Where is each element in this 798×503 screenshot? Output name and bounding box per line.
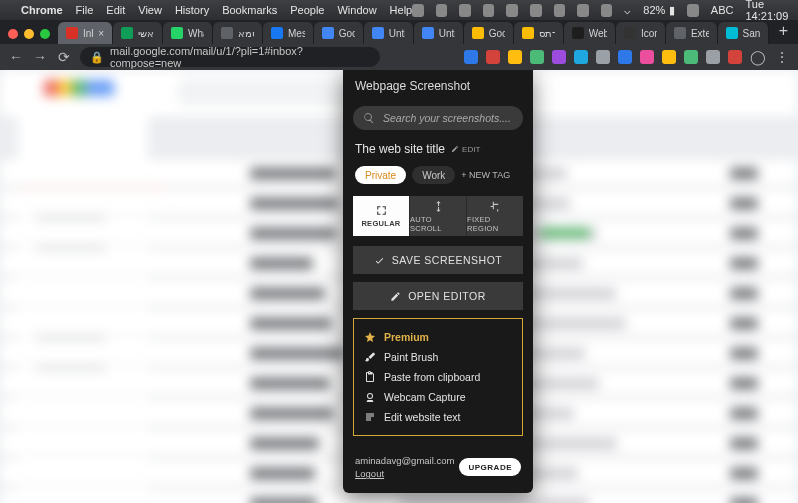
- extension-icon[interactable]: [618, 50, 632, 64]
- logout-link[interactable]: Logout: [355, 467, 454, 480]
- close-tab-icon[interactable]: ×: [98, 28, 104, 39]
- menu-people[interactable]: People: [290, 4, 324, 16]
- browser-tab[interactable]: סיסמא: [213, 22, 263, 44]
- tab-label: Untitle: [389, 28, 405, 39]
- back-button[interactable]: ←: [8, 49, 24, 65]
- menu-window[interactable]: Window: [337, 4, 376, 16]
- extension-icon[interactable]: [662, 50, 676, 64]
- new-tab-button[interactable]: +: [769, 22, 798, 44]
- browser-tab[interactable]: Inbox×: [58, 22, 113, 44]
- user-email: aminadavg@gmail.com: [355, 454, 454, 467]
- tray-icon[interactable]: [601, 4, 613, 17]
- browser-tab[interactable]: Untitle: [364, 22, 414, 44]
- browser-tab[interactable]: Messe: [263, 22, 314, 44]
- tab-label: Extens: [691, 28, 709, 39]
- save-screenshot-button[interactable]: SAVE SCREENSHOT: [353, 246, 523, 274]
- search-placeholder: Search your screenshots....: [383, 112, 511, 124]
- browser-tab[interactable]: SandE: [718, 22, 769, 44]
- extension-icon[interactable]: [574, 50, 588, 64]
- extension-icon[interactable]: [684, 50, 698, 64]
- tray-icon[interactable]: [506, 4, 518, 17]
- app-name[interactable]: Chrome: [21, 4, 63, 16]
- extension-icon[interactable]: [530, 50, 544, 64]
- mode-regular[interactable]: REGULAR: [353, 196, 409, 236]
- minimize-window-button[interactable]: [24, 29, 34, 39]
- menu-file[interactable]: File: [76, 4, 94, 16]
- browser-tab[interactable]: Webpa: [564, 22, 616, 44]
- menu-edit[interactable]: Edit: [106, 4, 125, 16]
- extension-icon[interactable]: [728, 50, 742, 64]
- browser-tab[interactable]: Googl: [314, 22, 364, 44]
- extension-icon[interactable]: [486, 50, 500, 64]
- window-controls: [6, 29, 58, 44]
- favicon-icon: [674, 27, 686, 39]
- edit-title-button[interactable]: EDIT: [451, 145, 480, 154]
- tray-icon[interactable]: [459, 4, 471, 17]
- upgrade-button[interactable]: UPGRADE: [459, 458, 521, 476]
- new-tag-button[interactable]: + NEW TAG: [461, 170, 510, 180]
- open-editor-button[interactable]: OPEN EDITOR: [353, 282, 523, 310]
- maximize-window-button[interactable]: [40, 29, 50, 39]
- premium-webcam-capture[interactable]: Webcam Capture: [354, 387, 522, 407]
- tray-icon[interactable]: [577, 4, 589, 17]
- close-window-button[interactable]: [8, 29, 18, 39]
- mode-autoscroll[interactable]: AUTO SCROLL: [409, 196, 466, 236]
- tray-icon[interactable]: [412, 4, 424, 17]
- tray-icon[interactable]: [530, 4, 542, 17]
- search-input[interactable]: Search your screenshots....: [353, 106, 523, 130]
- extension-icon[interactable]: [464, 50, 478, 64]
- site-title: The web site title: [355, 142, 445, 156]
- text-edit-icon: [364, 411, 376, 423]
- browser-tab[interactable]: Extens: [666, 22, 718, 44]
- menu-history[interactable]: History: [175, 4, 209, 16]
- profile-avatar[interactable]: ◯: [750, 49, 766, 65]
- crop-icon: [489, 200, 502, 213]
- browser-tab[interactable]: Whats: [163, 22, 213, 44]
- address-bar[interactable]: 🔒 mail.google.com/mail/u/1/?pli=1#inbox?…: [80, 47, 380, 67]
- battery-status[interactable]: 82% ▮: [643, 4, 675, 17]
- extension-icon[interactable]: [640, 50, 654, 64]
- tray-icon[interactable]: [554, 4, 566, 17]
- extension-icon[interactable]: [596, 50, 610, 64]
- premium-paste-clipboard[interactable]: Paste from clipboard: [354, 367, 522, 387]
- tab-label: סרתס: [539, 28, 555, 39]
- webcam-icon: [364, 391, 376, 403]
- browser-menu-icon[interactable]: ⋮: [774, 49, 790, 65]
- input-source[interactable]: ABC: [711, 4, 734, 16]
- clock[interactable]: Tue 14:21:09: [745, 0, 798, 22]
- bluetooth-icon[interactable]: ⌵: [624, 4, 631, 17]
- extension-icon[interactable]: [706, 50, 720, 64]
- mode-fixed-region[interactable]: FIXED REGION: [466, 196, 523, 236]
- tray-icon[interactable]: [436, 4, 448, 17]
- browser-tab[interactable]: סרתס: [514, 22, 564, 44]
- reload-button[interactable]: ⟳: [56, 49, 72, 65]
- favicon-icon: [322, 27, 334, 39]
- tab-label: Untitle: [439, 28, 455, 39]
- menu-help[interactable]: Help: [390, 4, 413, 16]
- tag-private[interactable]: Private: [355, 166, 406, 184]
- extension-icon[interactable]: [508, 50, 522, 64]
- forward-button[interactable]: →: [32, 49, 48, 65]
- extension-icon[interactable]: [552, 50, 566, 64]
- extension-popup: Webpage Screenshot Search your screensho…: [343, 70, 533, 493]
- premium-edit-text[interactable]: Edit website text: [354, 407, 522, 427]
- menu-bookmarks[interactable]: Bookmarks: [222, 4, 277, 16]
- favicon-icon: [522, 27, 534, 39]
- tag-work[interactable]: Work: [412, 166, 455, 184]
- tab-label: סיסמא: [238, 28, 254, 39]
- menu-view[interactable]: View: [138, 4, 162, 16]
- premium-header: Premium: [354, 327, 522, 347]
- browser-tab[interactable]: Icon S: [616, 22, 666, 44]
- browser-toolbar: ← → ⟳ 🔒 mail.google.com/mail/u/1/?pli=1#…: [0, 44, 798, 70]
- browser-tab[interactable]: Untitle: [414, 22, 464, 44]
- browser-tab[interactable]: ראשי: [113, 22, 163, 44]
- favicon-icon: [66, 27, 78, 39]
- tab-label: Webpa: [589, 28, 607, 39]
- favicon-icon: [472, 27, 484, 39]
- browser-tab[interactable]: Googl: [464, 22, 514, 44]
- tray-icon[interactable]: [483, 4, 495, 17]
- tray-icon[interactable]: [687, 4, 699, 17]
- search-icon: [363, 112, 375, 124]
- star-icon: [364, 331, 376, 343]
- premium-paint-brush[interactable]: Paint Brush: [354, 347, 522, 367]
